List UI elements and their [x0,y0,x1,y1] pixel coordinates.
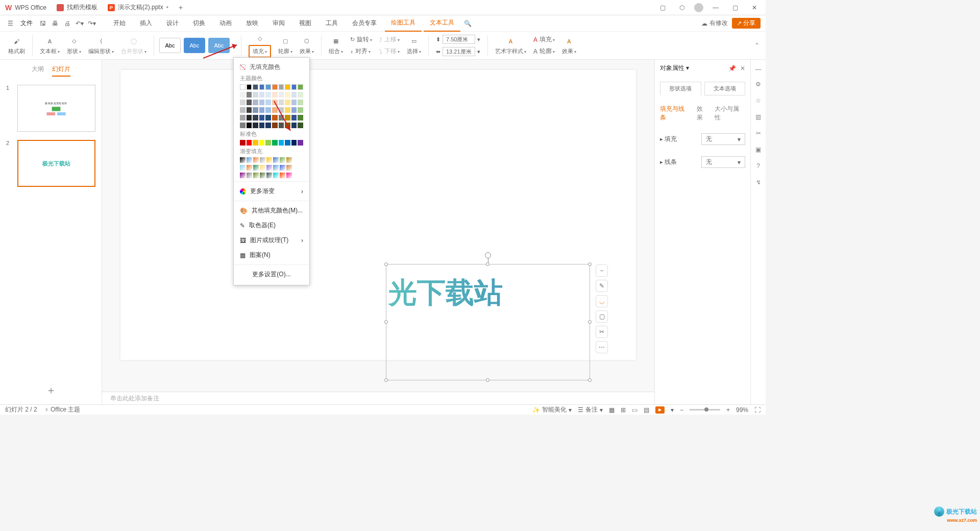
color-swatch[interactable] [285,100,290,105]
cube-icon[interactable]: ⬡ [675,1,689,15]
color-swatch[interactable] [279,123,284,128]
color-swatch[interactable] [279,84,284,90]
layers-icon[interactable]: ▥ [753,112,764,122]
color-swatch[interactable] [291,123,297,128]
menu-tab-view[interactable]: 视图 [293,15,317,32]
view-normal-icon[interactable]: ▦ [609,406,615,414]
color-swatch[interactable] [279,140,284,146]
color-swatch[interactable] [272,123,278,128]
more-settings-item[interactable]: 更多设置(O)... [234,267,309,282]
edit-shape-button[interactable]: ⟨编辑形状 [86,36,116,55]
color-swatch[interactable] [298,123,303,128]
minimize-button[interactable]: — [708,1,723,15]
color-swatch[interactable] [291,115,297,120]
shape-style-2[interactable]: Abc [184,38,205,53]
select-button[interactable]: ▭选择 [405,36,423,55]
text-options-tab[interactable]: 文本选项 [704,82,746,95]
format-painter-button[interactable]: 🖌格式刷 [6,36,27,55]
text-box-selection[interactable]: 光下载站 − ✎ ◡ ▢ ✂ ⋯ [386,264,590,380]
view-reading-icon[interactable]: ▭ [632,406,638,414]
float-frame-icon[interactable]: ▢ [596,310,608,323]
subtab-effects[interactable]: 效果 [697,105,709,122]
notes-bar[interactable]: 单击此处添加备注 [102,392,654,404]
close-button[interactable]: ✕ [747,1,762,15]
color-swatch[interactable] [279,100,284,105]
color-swatch[interactable] [259,100,265,105]
shape-styles-more[interactable] [233,42,236,49]
gradient-swatch[interactable] [273,173,279,178]
rotate-handle[interactable] [485,252,491,258]
color-swatch[interactable] [285,115,290,120]
float-minus-icon[interactable]: − [596,264,608,277]
color-swatch[interactable] [253,100,258,105]
smart-beautify-button[interactable]: ✨ 智能美化 ▾ [532,405,572,414]
fill-select[interactable]: 无▾ [701,133,745,145]
color-swatch[interactable] [298,140,303,146]
tab-wps-home[interactable]: W WPS Office [0,1,52,15]
gradient-swatch[interactable] [286,173,292,178]
gradient-swatch[interactable] [240,173,246,178]
text-fill-button[interactable]: A 填充 [531,34,557,45]
shape-button[interactable]: ◇形状 [65,36,83,55]
menu-tab-text-tools[interactable]: 文本工具 [424,15,460,32]
float-highlight-icon[interactable]: ◡ [596,295,608,307]
gradient-swatch[interactable] [253,173,259,178]
redo-icon[interactable]: ↷▾ [87,18,97,29]
text-effect-button[interactable]: A效果 [560,36,578,55]
color-swatch[interactable] [279,92,284,98]
undo-icon[interactable]: ↶▾ [75,18,85,29]
gradient-swatch[interactable] [260,173,265,178]
color-swatch[interactable] [253,115,258,120]
gradient-swatch[interactable] [260,157,265,163]
close-panel-icon[interactable]: ✕ [740,65,745,72]
color-swatch[interactable] [298,115,303,120]
gradient-swatch[interactable] [247,165,252,171]
gradient-swatch[interactable] [286,165,292,171]
color-swatch[interactable] [247,100,252,105]
gradient-swatch[interactable] [247,157,252,163]
resize-handle[interactable] [588,378,592,382]
hamburger-icon[interactable]: ☰ [5,18,15,29]
gradient-swatch[interactable] [266,157,272,163]
pattern-item[interactable]: ▦图案(N) [234,248,309,262]
more-gradients-item[interactable]: 更多渐变› [234,184,309,199]
collapse-ribbon-icon[interactable]: ⌃ [754,42,760,49]
color-swatch[interactable] [259,140,265,146]
menu-tab-drawing-tools[interactable]: 绘图工具 [385,15,422,32]
search-icon[interactable]: 🔍 [462,18,473,29]
color-swatch[interactable] [265,115,271,120]
group-button[interactable]: ▦组合 [327,36,345,55]
resize-handle[interactable] [588,262,592,266]
resize-handle[interactable] [384,320,388,324]
color-swatch[interactable] [265,123,271,128]
new-tab-button[interactable]: ＋ [174,3,188,12]
subtab-size[interactable]: 大小与属性 [715,105,745,122]
fit-screen-icon[interactable]: ⛶ [754,406,761,414]
file-menu[interactable]: 文件 [17,19,36,28]
slideshow-dropdown[interactable]: ▾ [671,406,674,414]
color-swatch[interactable] [247,84,252,90]
color-swatch[interactable] [272,92,278,98]
color-swatch[interactable] [291,84,297,90]
tab-templates[interactable]: 找稻壳模板 [52,1,103,15]
color-swatch[interactable] [253,92,258,98]
more-fill-colors-item[interactable]: 🎨其他填充颜色(M)... [234,203,309,218]
text-box-button[interactable]: A文本框 [38,36,62,55]
gradient-swatch[interactable] [247,173,252,178]
text-outline-button[interactable]: A 轮廓 [531,46,557,57]
view-sorter-icon[interactable]: ⊞ [621,406,626,414]
color-swatch[interactable] [259,92,265,98]
settings-icon[interactable]: ⚙ [753,79,764,89]
color-swatch[interactable] [265,92,271,98]
menu-tab-tools[interactable]: 工具 [320,15,344,32]
color-swatch[interactable] [240,140,246,146]
resize-handle[interactable] [486,262,489,266]
menu-tab-slideshow[interactable]: 放映 [240,15,264,32]
menu-tab-animation[interactable]: 动画 [213,15,238,32]
color-swatch[interactable] [272,107,278,113]
color-swatch[interactable] [298,100,303,105]
subtab-fill-line[interactable]: 填充与线条 [660,105,691,122]
gradient-swatch[interactable] [253,165,259,171]
color-swatch[interactable] [279,115,284,120]
notes-button[interactable]: ☰ 备注 ▾ [578,405,603,414]
